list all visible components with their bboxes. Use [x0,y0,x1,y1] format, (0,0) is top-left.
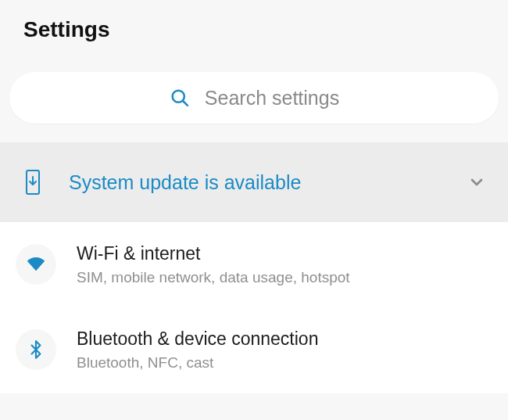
search-icon [169,87,191,109]
settings-list: Wi-Fi & internet SIM, mobile network, da… [0,222,508,393]
search-container: Search settings [0,58,508,142]
settings-item-wifi[interactable]: Wi-Fi & internet SIM, mobile network, da… [0,222,508,307]
chevron-down-icon [467,173,486,192]
svg-line-1 [183,101,188,106]
settings-item-body: Bluetooth & device connection Bluetooth,… [77,328,492,372]
settings-item-title: Bluetooth & device connection [77,328,492,350]
settings-item-bluetooth[interactable]: Bluetooth & device connection Bluetooth,… [0,307,508,393]
system-update-banner[interactable]: System update is available [0,142,508,222]
page-title: Settings [23,17,485,42]
header: Settings [0,0,508,58]
search-bar[interactable]: Search settings [9,72,499,124]
settings-item-title: Wi-Fi & internet [77,242,492,265]
download-update-icon [22,169,44,196]
settings-item-subtitle: SIM, mobile network, data usage, hotspot [77,268,492,288]
banner-text: System update is available [69,171,442,194]
settings-item-body: Wi-Fi & internet SIM, mobile network, da… [77,242,492,287]
wifi-icon [16,244,56,285]
settings-item-subtitle: Bluetooth, NFC, cast [77,354,492,373]
search-placeholder: Search settings [205,87,339,109]
bluetooth-icon [16,329,56,370]
